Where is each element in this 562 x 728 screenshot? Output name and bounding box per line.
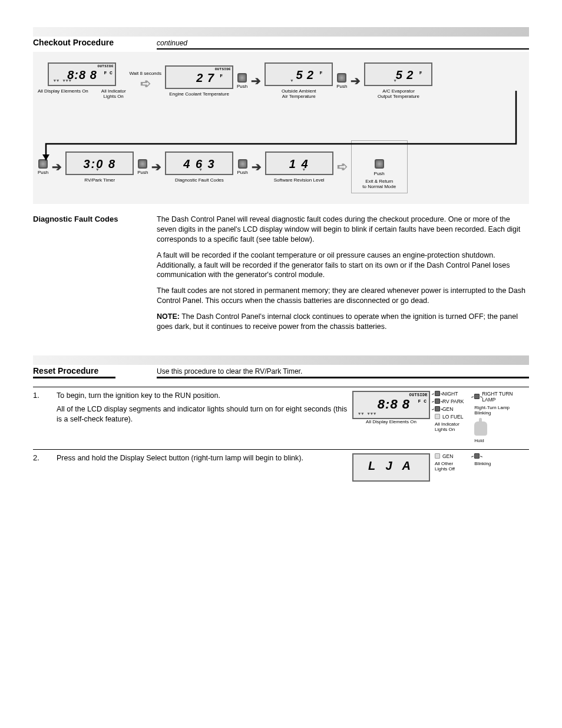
led-icon <box>435 398 440 404</box>
wait-label: Wait 8 seconds <box>130 71 161 76</box>
checkout-flow-diagram: OUTSIDE 8:8 8 F C ▼▼ ▼▼▼ All Display Ele… <box>33 52 529 204</box>
led-label-0: NIGHT <box>442 391 458 397</box>
push-label-3: Push <box>38 170 48 175</box>
arrow-icon-1: ➪ <box>140 76 151 91</box>
final-text: Exit & Return to Normal Mode <box>362 179 396 189</box>
lcd-digits-7: 1 4 <box>266 157 332 171</box>
section-title-reset: Reset Procedure <box>33 366 115 378</box>
flow-step-7: 1 4 ▼ Software Revision Level <box>265 151 333 183</box>
push-label-final: Push <box>374 171 385 176</box>
lcd-outside-2: OUTSIDE <box>215 67 231 71</box>
reset-step-2: 2. Press and hold the Display Select but… <box>33 449 529 487</box>
section-header-checkout: Checkout Procedure continued <box>33 38 529 50</box>
svg-marker-0 <box>42 154 49 160</box>
push-button-icon-1 <box>237 73 247 83</box>
rtl-cap: Right-Turn Lamp Blinking <box>474 405 529 416</box>
s2-other: All Other Lights Off <box>435 461 470 472</box>
note-text: The Dash Control Panel's internal clock … <box>157 312 518 331</box>
diag-para-1: The Dash Control Panel will reveal diagn… <box>157 215 529 245</box>
step1-num: 1. <box>33 391 57 443</box>
push-label-1: Push <box>237 84 247 89</box>
lcd-f-4: F <box>419 70 422 75</box>
led-label-2: GEN <box>442 406 453 412</box>
step1-rtl-col: RIGHT TURN LAMP Right-Turn Lamp Blinking… <box>474 391 529 443</box>
led-label-1: RV PARK <box>442 398 464 404</box>
step1-lcd-fc: F C <box>418 398 427 404</box>
diag-para-3: The fault codes are not stored in perman… <box>157 286 529 306</box>
cap-6: Diagnostic Fault Codes <box>175 177 224 183</box>
lcd-tri-6: ▼ <box>199 167 202 172</box>
diag-para-2: A fault will be recorded if the coolant … <box>157 251 529 281</box>
lcd-f-2: F <box>220 73 223 78</box>
lcd-box-6: 4 6 3 ▼ <box>165 151 233 175</box>
s2-gen-label: GEN <box>442 453 453 459</box>
step1-lcd-arrows: ▼▼ ▼▼▼ <box>358 411 376 416</box>
lcd-tri-7: ▼ <box>303 167 306 172</box>
step2-text: Press and hold the Display Select button… <box>57 453 348 463</box>
lcd-tri-5: ▼ <box>96 167 99 172</box>
section-header-bar-1 <box>33 27 529 37</box>
section-subtitle-checkout: continued <box>157 39 529 50</box>
lcd-box-4: 5 2 F ▼ <box>364 62 432 86</box>
step1-figure: OUTSIDE 8:8 8 F C ▼▼ ▼▼▼ All Display Ele… <box>352 391 529 443</box>
cap-5: RV/Park Timer <box>84 177 115 183</box>
step2-num: 2. <box>33 453 57 482</box>
rtl-label: RIGHT TURN LAMP <box>482 391 513 403</box>
cap-7: Software Revision Level <box>274 177 325 183</box>
push-label-2: Push <box>336 84 347 89</box>
lcd-tri-3: ▼ <box>290 78 293 83</box>
lcd-digits-2: 2 7 <box>196 71 214 85</box>
push-group-1: Push <box>237 73 247 89</box>
section-subtitle-reset: Use this procedure to clear the RV/Park … <box>157 367 529 378</box>
step2-figure: L J A GEN All Other Lights Off Blinking <box>352 453 529 482</box>
step2-lcd: L J A <box>352 453 430 482</box>
flow-step-5: 3:0 8 ▼ RV/Park Timer <box>65 151 134 183</box>
lcd-box-3: 5 2 F ▼ <box>265 62 333 86</box>
led-icon <box>435 414 440 419</box>
lcd-box-5: 3:0 8 ▼ <box>65 151 134 175</box>
note-label: NOTE: <box>157 312 180 321</box>
rtl-led-icon-2 <box>474 453 480 459</box>
lcd-outside-1: OUTSIDE <box>97 64 113 68</box>
diag-heading: Diagnostic Fault Codes <box>33 215 157 338</box>
hand-icon <box>474 421 487 436</box>
lcd-arrows-1: ▼▼ ▼▼▼ <box>54 78 72 83</box>
lcd-box-2: OUTSIDE 2 7 F <box>165 65 233 89</box>
led-icon <box>435 406 440 411</box>
hold-label: Hold <box>474 438 529 443</box>
step2-lcd-digits: L J A <box>353 459 429 473</box>
led-label-3: LO FUEL <box>442 414 463 420</box>
rtl-led-icon <box>474 394 480 399</box>
flow-step-6: 4 6 3 ▼ Diagnostic Fault Codes <box>165 151 233 183</box>
step1-lcd: OUTSIDE 8:8 8 F C ▼▼ ▼▼▼ <box>352 391 430 419</box>
push-label-4: Push <box>137 170 148 175</box>
arrow-icon-3: ➔ <box>351 74 361 88</box>
section-header-reset: Reset Procedure Use this procedure to cl… <box>33 366 529 378</box>
push-button-icon-2 <box>337 73 346 83</box>
arrow-icon-6: ➔ <box>252 160 262 174</box>
step1-lcd-outside: OUTSIDE <box>409 393 428 397</box>
lcd-digits-4: 5 2 <box>396 68 414 82</box>
section-header-bar-2 <box>33 355 529 365</box>
step2-rtl-col: Blinking <box>474 453 529 466</box>
step1-text-a: To begin, turn the ignition key to the R… <box>57 391 348 401</box>
lcd-box-1: OUTSIDE 8:8 8 F C ▼▼ ▼▼▼ <box>48 62 116 86</box>
arrow-icon-4: ➔ <box>52 160 62 174</box>
led-icon <box>435 453 440 459</box>
arrow-icon-5: ➔ <box>151 160 161 174</box>
lcd-digits-3: 5 2 <box>296 68 314 82</box>
push-group-2: Push <box>336 73 347 89</box>
step1-text-b: All of the LCD display segments and indi… <box>57 404 348 424</box>
step1-lcd-digits: 8:8 8 <box>378 397 410 412</box>
lcd-fc-1: F C <box>104 70 112 75</box>
lcd-box-7: 1 4 ▼ <box>265 151 333 175</box>
reset-step-1: 1. To begin, turn the ignition key to th… <box>33 387 529 449</box>
section-title-checkout: Checkout Procedure <box>33 38 157 50</box>
step1-lcd-cap: All Display Elements On <box>366 419 416 424</box>
arrow-icon-2: ➔ <box>251 74 261 88</box>
lcd-digits-5: 3:0 8 <box>67 157 133 171</box>
s2-blink: Blinking <box>474 461 529 466</box>
lcd-f-3: F <box>319 70 322 75</box>
lcd-tri-4: ▼ <box>394 78 396 83</box>
led-icon <box>435 391 440 396</box>
